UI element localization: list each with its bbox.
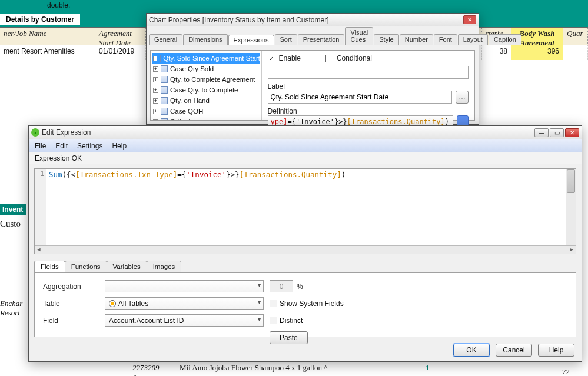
tab-expressions[interactable]: Expressions [228, 35, 274, 45]
part-number: 2273209- 4 [132, 363, 162, 376]
definition-label: Definition [268, 107, 469, 115]
code-editor[interactable]: 1 Sum({<[Transactions.Txn Type]={'Invoic… [34, 168, 576, 254]
status-row: Expression OK [29, 152, 582, 164]
label-ellipsis-button[interactable]: … [456, 91, 469, 104]
row-val-5: 72 - [562, 367, 574, 376]
field-select[interactable]: Account.Account List ID [105, 314, 264, 327]
app-icon [31, 128, 39, 137]
menu-file[interactable]: File [35, 142, 46, 150]
distinct-checkbox[interactable] [270, 317, 277, 324]
conditional-input[interactable] [268, 66, 469, 79]
expand-icon[interactable]: + [153, 119, 158, 121]
expand-icon[interactable]: + [153, 109, 158, 114]
expand-icon[interactable]: + [153, 88, 158, 93]
lower-tab-variables[interactable]: Variables [107, 261, 147, 272]
field-label: Field [43, 317, 99, 325]
list-icon [161, 108, 168, 115]
ok-button[interactable]: OK [453, 344, 490, 357]
properties-tabbar: GeneralDimensionsExpressionsSortPresenta… [147, 32, 479, 45]
all-tables-radio-icon [109, 300, 116, 307]
edit-title: Edit Expression [42, 128, 534, 137]
lower-tab-fields[interactable]: Fields [34, 261, 65, 272]
expression-label: Case QOH [170, 108, 203, 115]
chart-properties-dialog: Chart Properties [Inventory Status by It… [146, 13, 479, 125]
expression-item[interactable]: +Case Qty. to Complete [152, 85, 260, 95]
code-text[interactable]: Sum({<[Transactions.Txn Type]={'Invoice'… [49, 170, 565, 245]
paste-button[interactable]: Paste [270, 331, 308, 344]
tab-layout[interactable]: Layout [458, 34, 488, 45]
customer-name: Enchar Resort [0, 299, 22, 318]
expand-icon[interactable]: + [153, 56, 157, 61]
cell-v2: 396 [511, 45, 563, 60]
label-label: Label [268, 82, 469, 91]
tab-font[interactable]: Font [434, 34, 457, 45]
scroll-right-icon[interactable]: ► [567, 246, 576, 253]
note: double. [47, 1, 70, 9]
list-icon [160, 55, 161, 62]
cell-v1: 38 [482, 45, 511, 60]
horizontal-scrollbar[interactable]: ◄ ► [35, 245, 576, 254]
customer-label: Custo [0, 219, 21, 229]
inventory-band: Invent [0, 204, 26, 215]
tab-presentation[interactable]: Presentation [298, 34, 345, 45]
minimize-button[interactable]: — [534, 128, 549, 137]
expression-label: Qty. to Complete Agreement [170, 76, 255, 83]
tab-caption[interactable]: Caption [489, 34, 521, 45]
vertical-scrollbar[interactable] [566, 169, 576, 245]
tab-visual-cues[interactable]: Visual Cues [345, 27, 373, 45]
tab-style[interactable]: Style [374, 34, 398, 45]
maximize-button[interactable]: ▭ [550, 128, 564, 137]
expression-tree[interactable]: +Qty. Sold Since Agreement Start Date+Ca… [151, 51, 262, 120]
table-select[interactable]: All Tables [105, 297, 264, 310]
lower-tab-images[interactable]: Images [147, 261, 182, 272]
percent-box[interactable]: 0 [270, 280, 293, 292]
expression-item[interactable]: +Case QOH [152, 106, 260, 117]
help-button[interactable]: Help [538, 344, 574, 357]
row-val-1: 1 [426, 363, 430, 372]
distinct-label: Distinct [280, 317, 303, 325]
show-system-checkbox[interactable] [270, 300, 277, 307]
expression-item[interactable]: +Qty. Sold Since Agreement Start Date [152, 53, 260, 64]
line-gutter: 1 [35, 169, 46, 245]
menu-settings[interactable]: Settings [77, 142, 102, 150]
cell-job: ment Resort Amenities [0, 45, 95, 60]
enable-checkbox[interactable] [268, 55, 275, 62]
expand-icon[interactable]: + [153, 66, 158, 72]
report-title: Details by Customer [0, 14, 80, 25]
close-button[interactable]: ✕ [565, 128, 579, 137]
expand-icon[interactable]: + [153, 98, 158, 104]
percent-label: % [297, 282, 303, 291]
dialog-titlebar[interactable]: Chart Properties [Inventory Status by It… [147, 14, 479, 26]
menu-help[interactable]: Help [112, 142, 127, 150]
label-input[interactable] [268, 91, 452, 104]
tab-general[interactable]: General [149, 34, 182, 45]
cancel-button[interactable]: Cancel [496, 344, 532, 357]
item-name: Mii Amo Jojoba Flower Shampoo 4 x 1 gall… [180, 363, 327, 372]
tab-number[interactable]: Number [400, 34, 433, 45]
expression-label: Qty. Sold Since Agreement Start Date [163, 55, 261, 62]
conditional-checkbox[interactable] [325, 55, 333, 62]
expression-item[interactable]: +Case Qty Sold [152, 64, 260, 74]
expression-label: Qrtly. Avg. [170, 118, 201, 120]
menu-edit[interactable]: Edit [55, 142, 68, 150]
scroll-left-icon[interactable]: ◄ [35, 246, 43, 253]
dialog-title: Chart Properties [Inventory Status by It… [149, 16, 462, 24]
expression-label: Case Qty Sold [170, 65, 214, 72]
fields-panel: Aggregation 0 % Table All Tables Show Sy… [34, 272, 576, 337]
tab-sort[interactable]: Sort [275, 34, 297, 45]
lower-tab-functions[interactable]: Functions [65, 261, 107, 272]
expression-item[interactable]: +Qrtly. Avg. [152, 117, 260, 120]
aggregation-select[interactable] [105, 280, 264, 292]
menubar: FileEditSettingsHelp [29, 139, 582, 152]
list-icon [161, 118, 168, 120]
expression-item[interactable]: +Qty. to Complete Agreement [152, 74, 260, 85]
edit-titlebar[interactable]: Edit Expression — ▭ ✕ [29, 126, 582, 139]
tab-dimensions[interactable]: Dimensions [183, 34, 227, 45]
expression-item[interactable]: +Qty. on Hand [152, 95, 260, 106]
table-label: Table [43, 300, 99, 308]
expression-label: Qty. on Hand [170, 97, 210, 104]
close-button[interactable]: ✕ [463, 15, 476, 24]
list-icon [161, 86, 168, 94]
expand-icon[interactable]: + [153, 77, 158, 82]
list-icon [161, 65, 168, 72]
